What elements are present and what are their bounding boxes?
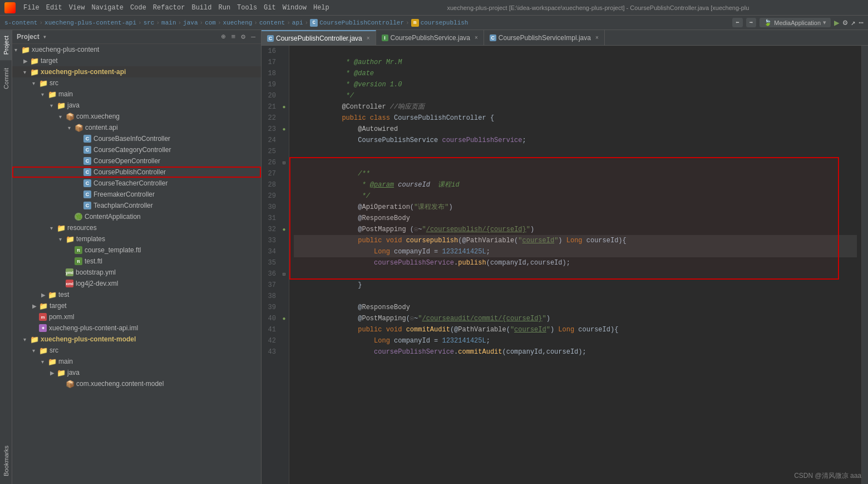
code-editor[interactable]: 16 17 18 19 20 21 22 23 24 25 26 27 28 2… <box>262 46 868 484</box>
tree-label-content-app: ContentApplication <box>85 213 141 221</box>
vtab-project[interactable]: Project <box>0 30 12 60</box>
tree-item-teacher[interactable]: ▶ C CourseTeacherController <box>12 178 261 189</box>
run-config-icon: 🍃 <box>764 19 772 26</box>
code-line-20: @Controller //响应页面 <box>294 90 857 101</box>
more-actions-button[interactable]: ⋯ <box>859 18 864 27</box>
tree-item-test-ftl[interactable]: ▶ ft test.ftl <box>12 256 261 267</box>
tab-publish-impl[interactable]: C CoursePublishServiceImpl.java × <box>484 30 605 45</box>
tab-publish-controller[interactable]: C CoursePublishController.java × <box>262 30 376 45</box>
menu-window[interactable]: Window <box>279 3 310 13</box>
bc-com[interactable]: com <box>205 19 216 26</box>
tree-item-content-api[interactable]: ▾ 📦 content.api <box>12 122 261 133</box>
collapse-icon[interactable]: ≡ <box>231 33 236 41</box>
tab-icon-impl: C <box>490 35 496 41</box>
navigate-fwd-btn[interactable]: ➡ <box>746 18 757 27</box>
bc-api2[interactable]: api <box>292 19 303 26</box>
tree-item-teachplan[interactable]: ▶ C TeachplanController <box>12 200 261 211</box>
tree-item-category[interactable]: ▶ C CourseCategoryController <box>12 144 261 155</box>
tree-label-iml: xuecheng-plus-content-api.iml <box>49 324 138 332</box>
folder-icon-java-model: 📁 <box>57 369 66 377</box>
folder-icon-com-content-model: 📦 <box>66 380 75 388</box>
tree-item-java[interactable]: ▾ 📁 java <box>12 100 261 111</box>
tree-item-target1[interactable]: ▶ 📁 target <box>12 55 261 66</box>
tree-item-resources[interactable]: ▾ 📁 resources <box>12 222 261 233</box>
code-content[interactable]: * @author Mr.M * @date * @version 1.0 */ <box>289 46 861 484</box>
menu-code[interactable]: Code <box>127 3 150 13</box>
tree-item-templates[interactable]: ▾ 📁 templates <box>12 233 261 245</box>
folder-icon-main-model: 📁 <box>48 358 57 366</box>
menu-help[interactable]: Help <box>310 3 333 13</box>
menu-tools[interactable]: Tools <box>234 3 260 13</box>
bc-java[interactable]: java <box>183 19 198 26</box>
tree-item-test-folder[interactable]: ▶ 📁 test <box>12 289 261 300</box>
navigate-back-btn[interactable]: ⬅ <box>732 18 743 27</box>
bc-method[interactable]: coursepublish <box>421 19 468 26</box>
tree-item-api-module[interactable]: ▾ 📁 xuecheng-plus-content-api <box>12 66 261 77</box>
menu-run[interactable]: Run <box>215 3 234 13</box>
tree-item-open[interactable]: ▶ C CourseOpenController <box>12 155 261 167</box>
bc-s-content[interactable]: s-content <box>4 19 37 26</box>
bc-src[interactable]: src <box>144 19 155 26</box>
tab-close-publish[interactable]: × <box>367 35 370 41</box>
menu-refactor[interactable]: Refactor <box>150 3 189 13</box>
tree-item-java-model[interactable]: ▶ 📁 java <box>12 367 261 378</box>
tree-item-com-xuecheng[interactable]: ▾ 📦 com.xuecheng <box>12 111 261 122</box>
tree-label-src: src <box>50 79 58 87</box>
tree-label-com-content-model: com.xuecheng.content-model <box>76 380 164 388</box>
project-dropdown-arrow[interactable]: ▾ <box>43 33 47 41</box>
bc-content[interactable]: content <box>259 19 285 26</box>
code-line-29: @ApiOperation("课程发布") <box>294 190 857 202</box>
tab-label-publish: CoursePublishController.java <box>276 35 362 42</box>
hide-icon[interactable]: — <box>251 33 255 41</box>
run-config-dropdown[interactable]: 🍃 MediaApplication ▾ <box>760 18 831 27</box>
tree-item-course-template[interactable]: ▶ ft course_template.ftl <box>12 245 261 256</box>
bc-controller[interactable]: CoursePublishController <box>319 19 404 26</box>
run-button[interactable]: ▶ <box>834 17 840 28</box>
code-line-18: * @version 1.0 <box>294 68 857 79</box>
tree-item-iml[interactable]: ▶ ✦ xuecheng-plus-content-api.iml <box>12 322 261 334</box>
settings-icon[interactable]: ⚙ <box>241 32 245 41</box>
tree-item-main[interactable]: ▾ 📁 main <box>12 89 261 100</box>
tree-item-main-model[interactable]: ▾ 📁 main <box>12 356 261 367</box>
tree-item-bootstrap[interactable]: ▶ yml bootstrap.yml <box>12 267 261 278</box>
tree-label-log4j2: log4j2-dev.xml <box>76 280 118 287</box>
tab-icon-service: I <box>382 35 388 41</box>
vtab-bookmarks[interactable]: Bookmarks <box>0 440 12 482</box>
tree-item-src-model[interactable]: ▾ 📁 src <box>12 345 261 356</box>
tree-item-com-content-model[interactable]: ▶ 📦 com.xuecheng.content-model <box>12 378 261 389</box>
tab-label-impl: CoursePublishServiceImpl.java <box>499 34 591 42</box>
menu-file[interactable]: File <box>20 3 43 13</box>
tree-item-root[interactable]: ▾ 📁 xuecheng-plus-content <box>12 44 261 55</box>
folder-icon-test: 📁 <box>48 291 57 299</box>
bc-main[interactable]: main <box>161 19 176 26</box>
menu-git[interactable]: Git <box>260 3 279 13</box>
update-button[interactable]: ↗ <box>851 18 855 27</box>
bc-api[interactable]: xuecheng-plus-content-api <box>45 19 136 26</box>
tree-item-model-module[interactable]: ▾ 📁 xuecheng-plus-content-model <box>12 334 261 345</box>
tree-item-log4j2[interactable]: ▶ xml log4j2-dev.xml <box>12 278 261 289</box>
menu-edit[interactable]: Edit <box>43 3 66 13</box>
locate-icon[interactable]: ⊕ <box>221 32 226 41</box>
menu-view[interactable]: View <box>66 3 88 13</box>
tree-item-src[interactable]: ▾ 📁 src <box>12 77 261 89</box>
tree-item-base-info[interactable]: ▶ C CourseBaseInfoController <box>12 133 261 144</box>
vtab-commit[interactable]: Commit <box>0 62 12 95</box>
folder-icon-src-model: 📁 <box>39 346 48 355</box>
project-panel-header: Project ▾ ⊕ ≡ ⚙ — <box>12 30 261 44</box>
menu-navigate[interactable]: Navigate <box>88 3 127 13</box>
menu-build[interactable]: Build <box>188 3 215 13</box>
tab-close-impl[interactable]: × <box>595 35 599 41</box>
tree-item-publish-selected[interactable]: ▶ C CoursePublishController <box>12 167 261 178</box>
tree-label-resources: resources <box>67 224 97 232</box>
tab-close-service[interactable]: × <box>475 35 478 41</box>
build-button[interactable]: ⚙ <box>843 18 847 27</box>
tree-item-target2[interactable]: ▶ 📁 target <box>12 300 261 311</box>
tree-item-content-app[interactable]: ▶ 🌿 ContentApplication <box>12 211 261 222</box>
scroll-indicator[interactable] <box>861 46 868 484</box>
tree-item-pom[interactable]: ▶ m pom.xml <box>12 311 261 322</box>
bc-xuecheng[interactable]: xuecheng <box>223 19 253 26</box>
tab-publish-service[interactable]: I CoursePublishService.java × <box>376 30 484 45</box>
folder-icon-target: 📁 <box>30 57 39 65</box>
tree-label-teacher: CourseTeacherController <box>93 179 167 187</box>
tree-item-freemaker[interactable]: ▶ C FreemakerController <box>12 189 261 200</box>
